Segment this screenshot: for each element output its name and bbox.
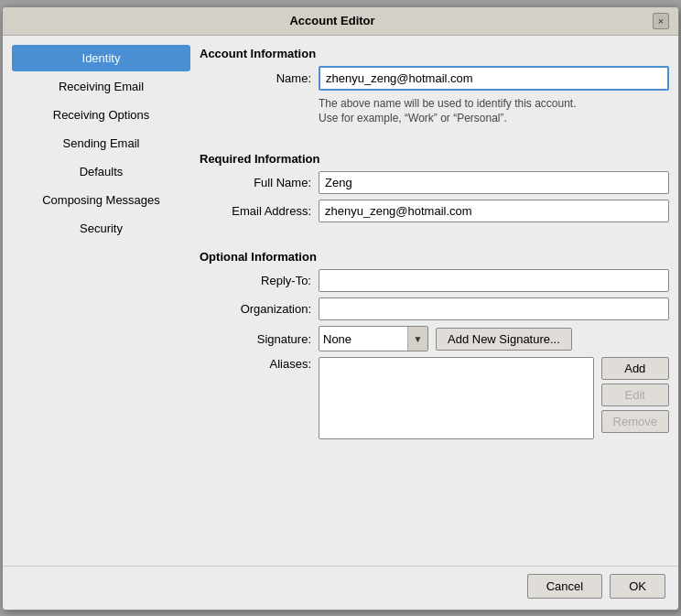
- dialog-body: Identity Receiving Email Receiving Optio…: [3, 36, 678, 566]
- sidebar-item-sending-email[interactable]: Sending Email: [12, 130, 190, 157]
- signature-dropdown-arrow[interactable]: ▼: [407, 327, 427, 351]
- sidebar-item-composing-messages[interactable]: Composing Messages: [12, 187, 190, 213]
- name-hint: The above name will be used to identify …: [319, 96, 669, 127]
- ok-button[interactable]: OK: [610, 574, 665, 599]
- required-information-header: Required Information: [200, 152, 669, 166]
- title-bar: Account Editor ×: [3, 7, 678, 36]
- cancel-button[interactable]: Cancel: [527, 574, 602, 599]
- optional-information-section: Optional Information Reply-To: Organizat…: [200, 248, 669, 445]
- dialog-footer: Cancel OK: [3, 566, 678, 610]
- signature-label: Signature:: [200, 332, 319, 346]
- dialog-title: Account Editor: [12, 14, 653, 27]
- main-content: Account Information Name: The above name…: [200, 45, 669, 557]
- account-editor-dialog: Account Editor × Identity Receiving Emai…: [2, 6, 679, 611]
- email-address-row: Email Address:: [200, 200, 669, 222]
- organization-input[interactable]: [319, 297, 669, 320]
- remove-alias-button[interactable]: Remove: [601, 410, 669, 433]
- name-label: Name:: [200, 71, 319, 85]
- signature-row: Signature: None ▼ Add New Signature...: [200, 326, 669, 351]
- reply-to-row: Reply-To:: [200, 269, 669, 292]
- edit-alias-button[interactable]: Edit: [601, 384, 669, 406]
- name-input[interactable]: [319, 66, 669, 91]
- sidebar-item-security[interactable]: Security: [12, 215, 190, 242]
- account-information-header: Account Information: [200, 47, 669, 60]
- full-name-row: Full Name:: [200, 171, 669, 194]
- reply-to-label: Reply-To:: [200, 274, 319, 287]
- add-alias-button[interactable]: Add: [601, 357, 669, 380]
- signature-controls: None ▼ Add New Signature...: [319, 326, 572, 351]
- sidebar-item-identity[interactable]: Identity: [12, 45, 190, 71]
- email-address-input[interactable]: [319, 200, 669, 222]
- optional-information-header: Optional Information: [200, 250, 669, 264]
- sidebar: Identity Receiving Email Receiving Optio…: [12, 45, 190, 557]
- organization-label: Organization:: [200, 302, 319, 316]
- aliases-label: Aliases:: [200, 357, 319, 371]
- signature-select[interactable]: None: [319, 329, 407, 350]
- sidebar-item-receiving-options[interactable]: Receiving Options: [12, 102, 190, 128]
- signature-select-wrapper: None ▼: [319, 326, 428, 351]
- full-name-input[interactable]: [319, 171, 669, 194]
- aliases-textarea[interactable]: [319, 357, 594, 439]
- required-information-section: Required Information Full Name: Email Ad…: [200, 150, 669, 228]
- aliases-buttons: Add Edit Remove: [601, 357, 669, 433]
- aliases-row: Aliases: Add Edit Remove: [200, 357, 669, 439]
- organization-row: Organization:: [200, 297, 669, 320]
- sidebar-item-receiving-email[interactable]: Receiving Email: [12, 73, 190, 100]
- email-address-label: Email Address:: [200, 204, 319, 218]
- full-name-label: Full Name:: [200, 176, 319, 189]
- sidebar-item-defaults[interactable]: Defaults: [12, 158, 190, 185]
- reply-to-input[interactable]: [319, 269, 669, 292]
- name-row: Name:: [200, 66, 669, 91]
- account-information-section: Account Information Name: The above name…: [200, 45, 669, 131]
- add-new-signature-button[interactable]: Add New Signature...: [436, 328, 572, 351]
- close-button[interactable]: ×: [653, 13, 669, 29]
